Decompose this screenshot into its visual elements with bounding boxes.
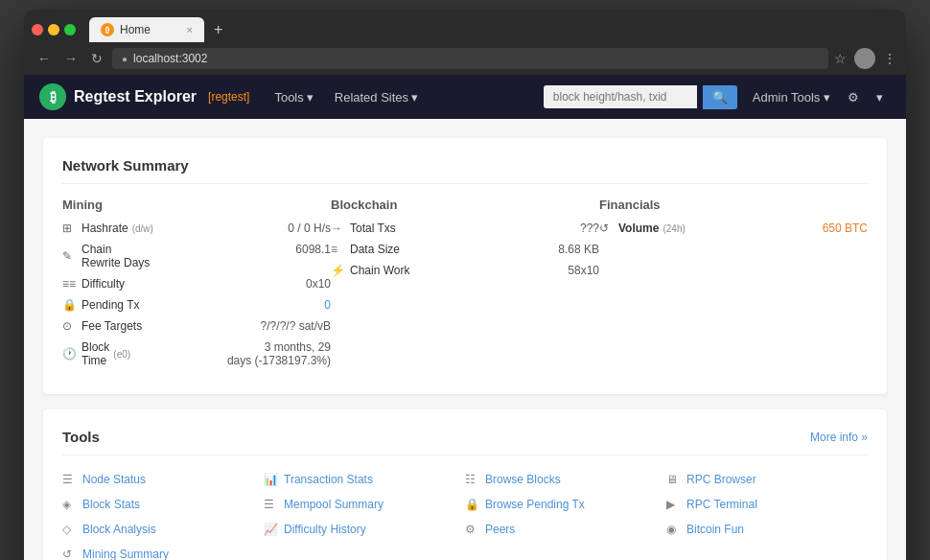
site-title: Regtest Explorer — [74, 88, 197, 105]
node-status-link[interactable]: ☰ Node Status — [62, 469, 264, 490]
address-bar[interactable]: ● localhost:3002 — [112, 48, 828, 69]
admin-tools-dropdown-icon: ▾ — [824, 90, 830, 105]
block-stats-icon: ◈ — [62, 498, 78, 511]
bookmark-icon[interactable]: ☆ — [834, 51, 847, 66]
hashrate-icon: ⊞ — [62, 222, 78, 235]
mining-summary-label[interactable]: Mining Summary — [82, 548, 169, 560]
tab-bar: ₿ Home × + — [24, 10, 906, 42]
node-status-icon: ☰ — [62, 473, 78, 486]
volume-row: ↺ Volume (24h) 650 BTC — [599, 222, 868, 235]
tab-favicon: ₿ — [101, 23, 114, 36]
mining-section-title: Mining — [62, 198, 331, 212]
search-area: 🔍 — [544, 85, 737, 109]
more-info-link[interactable]: More info » — [810, 431, 868, 444]
rpc-browser-icon: 🖥 — [666, 473, 682, 486]
site-logo: ₿ Regtest Explorer [regtest] — [39, 83, 249, 110]
total-txs-row: → Total Txs ??? — [331, 222, 599, 235]
node-status-label[interactable]: Node Status — [82, 473, 146, 486]
main-body: Network Summary Mining ⊞ Hashrate (d/w) … — [24, 119, 906, 560]
tab-close-icon[interactable]: × — [187, 24, 193, 35]
settings-icon[interactable]: ⚙ — [840, 84, 867, 110]
rpc-terminal-icon: ▶ — [666, 498, 682, 511]
tools-grid: ☰ Node Status 📊 Transaction Stats ☷ Brow… — [62, 469, 868, 560]
page-content: ₿ Regtest Explorer [regtest] Tools ▾ Rel… — [24, 75, 906, 560]
admin-tools-menu[interactable]: Admin Tools ▾ — [745, 84, 838, 110]
mempool-summary-label[interactable]: Mempool Summary — [284, 498, 384, 511]
browse-pending-icon: 🔒 — [465, 498, 480, 511]
pending-tx-value: 0 — [324, 298, 331, 312]
pending-tx-row: 🔒 Pending Tx 0 — [62, 298, 331, 312]
browse-pending-tx-link[interactable]: 🔒 Browse Pending Tx — [465, 494, 666, 515]
hashrate-value: 0 / 0 H/s — [288, 222, 331, 235]
bitcoin-fun-label[interactable]: Bitcoin Fun — [686, 523, 744, 536]
user-dropdown-icon[interactable]: ▾ — [869, 84, 891, 110]
volume-label: Volume — [618, 222, 659, 235]
fee-icon: ⊙ — [62, 319, 78, 333]
peers-link[interactable]: ⚙ Peers — [465, 519, 666, 540]
search-input[interactable] — [544, 85, 697, 108]
maximize-window-button[interactable] — [64, 24, 76, 35]
tools-title: Tools — [62, 429, 100, 445]
clock-icon: 🕐 — [62, 347, 78, 361]
blockchain-section-title: Blockchain — [331, 198, 599, 212]
active-tab[interactable]: ₿ Home × — [89, 17, 204, 42]
rpc-browser-link[interactable]: 🖥 RPC Browser — [666, 469, 868, 490]
block-stats-label[interactable]: Block Stats — [82, 498, 140, 511]
reload-button[interactable]: ↻ — [87, 49, 106, 68]
browse-blocks-icon: ☷ — [465, 473, 480, 486]
block-analysis-label[interactable]: Block Analysis — [82, 523, 156, 536]
close-window-button[interactable] — [32, 24, 43, 35]
traffic-lights — [32, 24, 76, 35]
browser-chrome: ₿ Home × + ← → ↻ ● localhost:3002 ☆ ⋮ — [24, 10, 906, 75]
related-sites-menu[interactable]: Related Sites ▾ — [325, 84, 428, 110]
rpc-terminal-label[interactable]: RPC Terminal — [686, 498, 757, 511]
data-size-value: 8.68 KB — [558, 243, 599, 256]
nav-links: Tools ▾ Related Sites ▾ — [265, 84, 428, 110]
transaction-stats-label[interactable]: Transaction Stats — [284, 473, 373, 486]
rpc-terminal-link[interactable]: ▶ RPC Terminal — [666, 494, 868, 515]
back-button[interactable]: ← — [34, 49, 55, 68]
difficulty-history-label[interactable]: Difficulty History — [284, 523, 366, 536]
rpc-browser-label[interactable]: RPC Browser — [686, 473, 756, 486]
transaction-stats-link[interactable]: 📊 Transaction Stats — [264, 469, 465, 490]
bitcoin-fun-link[interactable]: ◉ Bitcoin Fun — [666, 519, 868, 540]
difficulty-history-icon: 📈 — [264, 523, 279, 536]
browse-pending-tx-label[interactable]: Browse Pending Tx — [485, 498, 585, 511]
fee-targets-value: ?/?/?/? sat/vB — [261, 319, 331, 333]
volume-icon: ↺ — [599, 222, 615, 235]
browse-blocks-link[interactable]: ☷ Browse Blocks — [465, 469, 666, 490]
hashrate-sublabel: (d/w) — [132, 223, 153, 234]
block-stats-link[interactable]: ◈ Block Stats — [62, 494, 264, 515]
difficulty-history-link[interactable]: 📈 Difficulty History — [264, 519, 465, 540]
mining-summary-link[interactable]: ↺ Mining Summary — [62, 544, 264, 560]
forward-button[interactable]: → — [60, 49, 81, 68]
chain-label: ChainRewrite Days — [81, 243, 150, 269]
data-icon: ≡ — [331, 243, 346, 256]
mempool-summary-link[interactable]: ☰ Mempool Summary — [264, 494, 465, 515]
network-summary-card: Network Summary Mining ⊞ Hashrate (d/w) … — [43, 138, 887, 394]
chain-value: 6098.1 — [295, 243, 331, 256]
difficulty-icon: ≡≡ — [62, 277, 78, 291]
network-summary-title: Network Summary — [62, 157, 868, 184]
tab-label: Home — [120, 23, 151, 36]
profile-button[interactable] — [854, 48, 875, 69]
tools-menu[interactable]: Tools ▾ — [265, 84, 322, 110]
data-size-row: ≡ Data Size 8.68 KB — [331, 243, 599, 256]
network-tag: [regtest] — [208, 90, 249, 104]
minimize-window-button[interactable] — [48, 24, 59, 35]
related-sites-label: Related Sites — [335, 90, 408, 105]
admin-tools-label: Admin Tools — [753, 90, 821, 105]
block-analysis-link[interactable]: ◇ Block Analysis — [62, 519, 264, 540]
chain-work-label: Chain Work — [350, 264, 409, 277]
site-navbar: ₿ Regtest Explorer [regtest] Tools ▾ Rel… — [24, 75, 906, 119]
menu-icon[interactable]: ⋮ — [883, 51, 896, 66]
search-button[interactable]: 🔍 — [703, 85, 737, 109]
total-txs-label: Total Txs — [350, 222, 396, 235]
address-actions: ☆ ⋮ — [834, 48, 896, 69]
new-tab-button[interactable]: + — [210, 21, 226, 38]
fee-targets-row: ⊙ Fee Targets ?/?/?/? sat/vB — [62, 319, 331, 333]
browse-blocks-label[interactable]: Browse Blocks — [485, 473, 561, 486]
tools-header: Tools More info » — [62, 429, 868, 455]
peers-label[interactable]: Peers — [485, 523, 515, 536]
financials-section: Financials ↺ Volume (24h) 650 BTC — [599, 198, 868, 375]
